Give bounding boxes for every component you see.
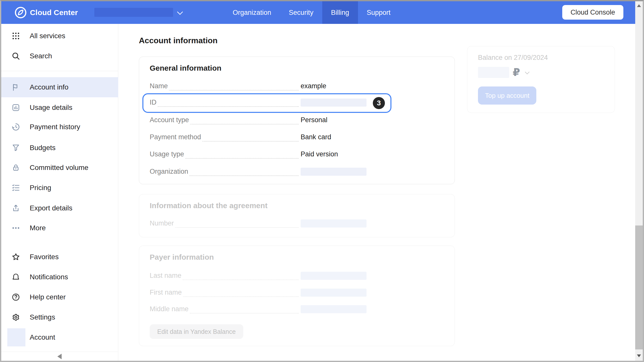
history-icon [11, 122, 20, 131]
sidebar-item-search[interactable]: Search [1, 46, 118, 66]
field-label: ID [150, 99, 156, 106]
cloud-console-button[interactable]: Cloud Console [562, 5, 623, 20]
folder-selector-redacted[interactable] [94, 8, 173, 17]
sidebar-item-label: Committed volume [30, 164, 88, 172]
balance-title: Balance on 27/09/2024 [478, 54, 548, 62]
nav-item-support[interactable]: Support [358, 1, 399, 24]
checklist-icon [11, 183, 20, 192]
avatar [7, 328, 25, 346]
balance-card: Balance on 27/09/2024 ₽ Top up account [467, 46, 615, 113]
sidebar-item-payment-history[interactable]: Payment history [1, 117, 118, 137]
edit-data-button[interactable]: Edit data in Yandex Balance [150, 324, 243, 339]
sidebar-item-label: Usage details [30, 104, 72, 112]
sidebar-item-label: Help center [30, 293, 66, 301]
sidebar-item-label: Settings [30, 313, 55, 321]
field-label: Last name [150, 272, 181, 280]
sidebar-item-account[interactable]: Account [1, 327, 118, 347]
help-icon [11, 293, 20, 302]
sidebar-item-more[interactable]: More [1, 218, 118, 238]
sidebar-item-label: Favorites [30, 253, 59, 261]
nav-item-security[interactable]: Security [280, 1, 322, 24]
field-row-usage-type: Usage type Paid version [150, 150, 444, 160]
general-information-card: General information Name example ID Acco… [139, 57, 455, 184]
sidebar-item-account-info[interactable]: Account info [1, 77, 118, 97]
redacted-value [301, 168, 367, 176]
brand-title: Cloud Center [30, 1, 78, 24]
payer-information-card: Payer information Last name First name M… [139, 246, 455, 346]
field-label: Payment method [150, 133, 201, 141]
scroll-up-arrow-icon[interactable] [637, 4, 641, 7]
field-value [301, 219, 444, 227]
field-value [301, 289, 444, 296]
sidebar-item-label: All services [30, 32, 65, 40]
top-up-account-button[interactable]: Top up account [478, 86, 536, 105]
sidebar-item-label: More [30, 224, 46, 232]
collapse-left-icon [57, 354, 62, 359]
sidebar-item-label: Budgets [30, 144, 56, 152]
card-title: Payer information [150, 253, 214, 261]
field-row-organization: Organization [150, 168, 444, 178]
field-row-payment-method: Payment method Bank card [150, 133, 444, 143]
card-title: Information about the agreement [150, 201, 267, 210]
redacted-value [301, 272, 367, 280]
field-value: Personal [301, 116, 444, 124]
sidebar-item-pricing[interactable]: Pricing [1, 178, 118, 198]
ellipsis-icon [11, 223, 20, 233]
star-icon [11, 252, 20, 261]
nav-item-organization[interactable]: Organization [224, 1, 280, 24]
header-nav: Organization Security Billing Support [224, 1, 399, 24]
redacted-value [301, 219, 367, 228]
bar-chart-icon [11, 103, 20, 112]
sidebar-item-label: Export details [30, 204, 72, 212]
field-label: First name [150, 289, 182, 296]
sidebar-item-help-center[interactable]: Help center [1, 287, 118, 307]
gear-icon [11, 313, 20, 322]
field-value: Paid version [301, 150, 444, 158]
chevron-down-icon[interactable] [177, 9, 183, 15]
redacted-value [301, 305, 367, 313]
scroll-down-arrow-icon[interactable] [637, 354, 641, 357]
field-label: Middle name [150, 305, 189, 313]
scrollbar-thumb[interactable] [635, 225, 643, 349]
field-label: Usage type [150, 150, 184, 158]
field-value [301, 99, 444, 106]
sidebar-item-label: Pricing [30, 184, 51, 192]
sidebar-item-export-details[interactable]: Export details [1, 198, 118, 218]
field-row-id: ID [150, 99, 444, 109]
sidebar-item-label: Account [30, 333, 55, 341]
sidebar-item-usage-details[interactable]: Usage details [1, 98, 118, 118]
sidebar-item-label: Search [30, 52, 52, 60]
sidebar-item-notifications[interactable]: Notifications [1, 267, 118, 287]
agreement-card: Information about the agreement Number [139, 194, 455, 237]
export-icon [11, 204, 20, 213]
field-value [301, 272, 444, 280]
sidebar-collapse-button[interactable] [1, 352, 118, 361]
dotted-leader [189, 175, 299, 176]
currency-symbol: ₽ [513, 67, 520, 78]
cloud-center-logo-icon[interactable] [14, 6, 27, 19]
chevron-down-icon[interactable] [525, 70, 530, 74]
redacted-value [301, 99, 367, 107]
field-row-first-name: First name [150, 289, 444, 299]
sidebar-item-all-services[interactable]: All services [1, 26, 118, 46]
sidebar-item-favorites[interactable]: Favorites [1, 247, 118, 267]
sidebar: All services Search Account info Usage d… [1, 24, 118, 361]
dotted-leader [202, 141, 299, 142]
page-title: Account information [139, 36, 218, 45]
dotted-leader [190, 124, 299, 124]
sidebar-item-budgets[interactable]: Budgets [1, 138, 118, 158]
sidebar-item-committed-volume[interactable]: Committed volume [1, 158, 118, 178]
lock-icon [11, 163, 20, 172]
field-row-number: Number [150, 219, 444, 230]
field-value: Bank card [301, 133, 444, 141]
app-window: Cloud Center Organization Security Billi… [0, 0, 644, 362]
field-row-middle-name: Middle name [150, 305, 444, 315]
redacted-balance-value [478, 67, 509, 78]
nav-item-billing[interactable]: Billing [322, 1, 358, 24]
sidebar-item-settings[interactable]: Settings [1, 307, 118, 327]
dotted-leader [185, 158, 299, 159]
dotted-leader [183, 296, 299, 297]
grid-icon [11, 31, 20, 40]
sidebar-item-label: Notifications [30, 273, 68, 281]
vertical-scrollbar[interactable] [635, 1, 643, 361]
